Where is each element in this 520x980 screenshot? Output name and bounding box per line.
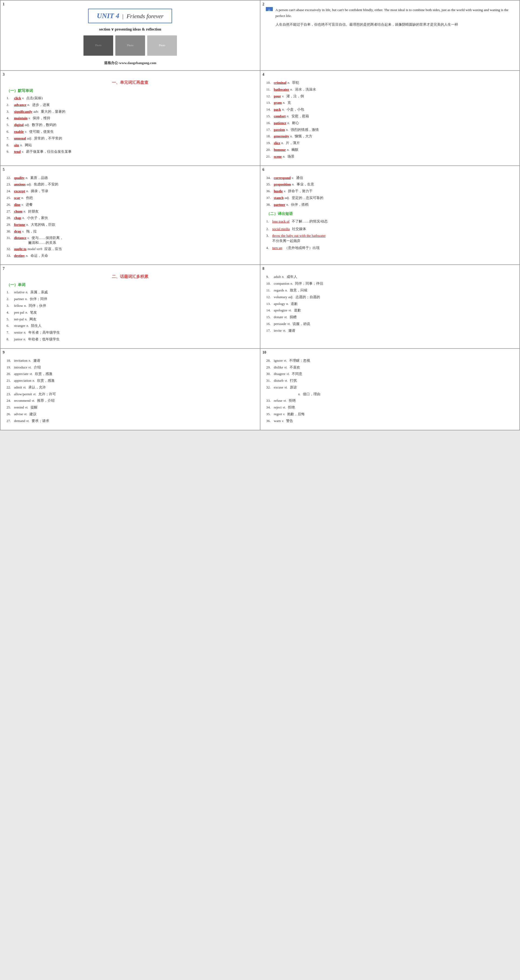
list-item: 7. senior n. 年长者；高年级学生 [6, 330, 254, 336]
list-item: 2. partner n. 伙伴；同伴 [6, 296, 254, 302]
cell-3: 3 一、单元词汇再盘查 （一）默写单词 1. click v. 点击(鼠标) 2… [0, 71, 260, 165]
list-item: 17. invite vt. 邀请 [266, 328, 514, 334]
cell-6-content: 34. correspond v. 通信 35. proposition n. … [266, 171, 514, 251]
list-item: 35. proposition n. 事业，生意 [266, 182, 514, 187]
list-item: 22. quality n. 素质，品德 [6, 175, 254, 181]
list-item: 21. scene n. 场景 [266, 154, 514, 159]
list-item: 22. admit vt. 承认，允许 [6, 385, 254, 390]
list-item: 16. persuade vt. 说服，劝说 [266, 321, 514, 327]
list-item: 12. voluntary adj. 志愿的；自愿的 [266, 294, 514, 300]
cell-7-content: 二、话题词汇多积累 （一）单词 1. relative n. 亲属，亲戚 2. … [6, 270, 254, 342]
list-item: 28. ignore vt. 不理睬；忽视 [266, 358, 514, 364]
cell-5-content: 22. quality n. 素质，品德 23. anxious adj. 焦虑… [6, 171, 254, 259]
list-item: 8. junior n. 年幼者；低年级学生 [6, 337, 254, 342]
list-item: 33. destiny n. 命运，天命 [6, 253, 254, 259]
list-item: 3. fellow n. 同伴；伙伴 [6, 303, 254, 309]
list-item: 19. introduce vt. 介绍 [6, 365, 254, 371]
cell-9: 9 18. invitation n. 邀请 19. introduce vt.… [0, 349, 260, 430]
list-item: 32. excuse vt. 原谅 [266, 385, 514, 390]
unit-label: UNIT 4 [97, 12, 119, 20]
list-item: 37. stanch adj. 坚定的，忠实可靠的 [266, 195, 514, 201]
list-item: 1. relative n. 亲属，亲戚 [6, 290, 254, 295]
list-item: 16. patience n. 耐心 [266, 120, 514, 126]
phrase-list-6: 1. lose track of 不了解……的情况/动态 2. social m… [266, 218, 514, 251]
list-item: 34. correspond v. 通信 [266, 175, 514, 181]
cell-4: 4 10. criminal n. 罪犯 11. bathwater n. 浴水… [260, 71, 520, 165]
list-item: 1. click v. 点击(鼠标) [6, 95, 254, 101]
list-item: 8. site n. 网站 [6, 142, 254, 148]
quote-content: A person can't abase excessively in life… [276, 7, 514, 28]
list-item: 10. companion n. 同伴；同事；伴侣 [266, 281, 514, 286]
list-item: 23. anxious adj. 焦虑的，不安的 [6, 182, 254, 187]
list-item: 36. hustle v. 拼命干，努力干 [266, 188, 514, 194]
cell-7: 7 二、话题词汇多积累 （一）单词 1. relative n. 亲属，亲戚 2… [0, 265, 260, 348]
list-item: 15. comfort n. 安慰，慰藉 [266, 113, 514, 119]
list-item: 1. lose track of 不了解……的情况/动态 [266, 218, 514, 224]
cell-8-content: 9. adult n. 成年人 10. companion n. 同伴；同事；伴… [266, 270, 514, 333]
vocab-list-10: 28. ignore vt. 不理睬；忽视 29. dislike vt. 不喜… [266, 358, 514, 424]
list-item: 27. chum n. 好朋友 [6, 209, 254, 215]
title-separator: | [122, 13, 124, 19]
list-item: 3. significantly adv. 重大的，显著的 [6, 109, 254, 115]
list-item: 29. dislike vt. 不喜欢 [266, 365, 514, 371]
vocab-list-8: 9. adult n. 成年人 10. companion n. 同伴；同事；伴… [266, 274, 514, 333]
sub-3-title: （一）默写单词 [6, 88, 254, 93]
vocab-list-6: 34. correspond v. 通信 35. proposition n. … [266, 175, 514, 208]
list-item: 6. stranger n. 陌生人 [6, 323, 254, 329]
cell-9-content: 18. invitation n. 邀请 19. introduce vt. 介… [6, 353, 254, 424]
section-7-title: 二、话题词汇多积累 [6, 274, 254, 279]
list-item: 31. distance v. 使与……保持距离， 撇清和……的关系 [6, 235, 254, 245]
list-item: 23. allow/permit vt. 允许；许可 [6, 391, 254, 397]
list-item: 26. advise vt. 建议 [6, 412, 254, 417]
list-item: 13. gram n. 克 [266, 100, 514, 106]
list-item: 27. demand vt. 要求；请求 [6, 418, 254, 424]
vocab-list-9: 18. invitation n. 邀请 19. introduce vt. 介… [6, 358, 254, 424]
list-item: 24. excerpt n. 摘录，节录 [6, 188, 254, 194]
list-item: 32. ought to modal verb 应该，应当 [6, 246, 254, 252]
list-item: 21. appreciation n. 欣赏，感激 [6, 378, 254, 383]
list-item: 6. enable v. 使可能，使发生 [6, 129, 254, 135]
list-item: 20. humour n. 幽默 [266, 147, 514, 153]
cell-8-number: 8 [263, 267, 265, 271]
list-item: 24. recommend vt. 推荐，介绍 [6, 398, 254, 404]
cell-7-number: 7 [3, 267, 5, 271]
list-item: 14. apologize vt. 道歉 [266, 308, 514, 313]
list-item: 18. invitation n. 邀请 [6, 358, 254, 364]
list-item: 19. slice n. 片，薄片 [266, 140, 514, 146]
cell-4-content: 10. criminal n. 罪犯 11. bathwater n. 浴水，洗… [266, 76, 514, 159]
list-item: 14. pack n. 小盒，小包 [266, 107, 514, 113]
svg-text:Photo: Photo [95, 44, 101, 47]
list-item: 13. apology n. 道歉 [266, 301, 514, 307]
cell-6: 6 34. correspond v. 通信 35. proposition n… [260, 166, 520, 265]
list-item: 12. pour v. 灌，注，倒 [266, 94, 514, 99]
list-item: 11. bathwater n. 浴水，洗澡水 [266, 87, 514, 92]
list-item: 5. net-pal n. 网友 [6, 317, 254, 322]
list-item: 3. throw the baby out with the bathwater… [266, 234, 514, 244]
cell-5-number: 5 [3, 168, 5, 172]
list-item: 17. passion n. 强烈的情感，激情 [266, 127, 514, 133]
list-item: 2. social media 社交媒体 [266, 226, 514, 232]
list-item: 28. chap n. 小伙子，家伙 [6, 215, 254, 221]
list-item: 33. refuse vt. 拒绝 [266, 398, 514, 404]
list-item: 29. fortune n. 大笔的钱，巨款 [6, 222, 254, 228]
photo-3: Photo [147, 35, 177, 56]
list-item: 9. tend v. 易于做某事，往往会发生某事 [6, 149, 254, 154]
list-item: 11. regards n. 致意，问候 [266, 288, 514, 293]
cell-3-number: 3 [3, 72, 5, 77]
vocab-list-5: 22. quality n. 素质，品德 23. anxious adj. 焦虑… [6, 175, 254, 259]
list-item: 5. digital adj. 数字的，数码的 [6, 122, 254, 128]
svg-text:Photo: Photo [159, 44, 165, 47]
list-item: 34. reject vt. 拒绝 [266, 405, 514, 410]
side-bar-graphic: 品·语文全日 [266, 7, 273, 11]
page-grid: 1 UNIT 4 | Friends forever section ∨ pre… [0, 0, 520, 430]
list-item: 10. criminal n. 罪犯 [266, 80, 514, 86]
list-item: 30. disagree vi. 不同意 [266, 371, 514, 377]
list-item: 2. advance n. 进步，进展 [6, 102, 254, 108]
list-item: 4. turn up （意外地或终于）出现 [266, 245, 514, 251]
vocab-list-4: 10. criminal n. 罪犯 11. bathwater n. 浴水，洗… [266, 80, 514, 159]
list-item: 26. dine v. 进餐 [6, 202, 254, 208]
section-3-title: 一、单元词汇再盘查 [6, 80, 254, 85]
cell-10-content: 28. ignore vt. 不理睬；忽视 29. dislike vt. 不喜… [266, 353, 514, 424]
list-item: 20. appreciate vt. 欣赏，感激 [6, 371, 254, 377]
photo-1: Photo [84, 35, 113, 56]
